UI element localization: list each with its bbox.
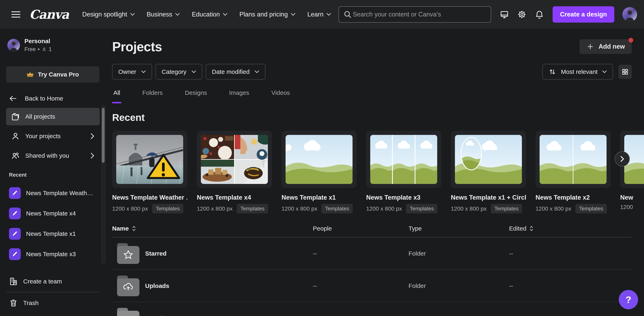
- trash-icon: [9, 298, 18, 308]
- project-card-x1[interactable]: News Template x1 1200 x 800 px Templates: [282, 131, 356, 214]
- tab-all[interactable]: All: [112, 89, 121, 103]
- trash-button[interactable]: Trash: [6, 297, 99, 309]
- notification-dot: [628, 38, 633, 42]
- page-title: Projects: [112, 39, 162, 54]
- user-avatar[interactable]: [622, 7, 637, 22]
- building-icon: [9, 277, 18, 286]
- design-icon: [9, 248, 21, 260]
- chevron-down-icon: [141, 70, 146, 73]
- canva-projects-page: Canva Design spotlight Business Educatio…: [0, 0, 644, 316]
- chevron-down-icon: [326, 13, 331, 16]
- search-bar[interactable]: [338, 6, 491, 22]
- card-size: 1200 x 800 px: [282, 206, 317, 212]
- profile-plan: Free • 1: [24, 46, 52, 52]
- table-row-templates[interactable]: Templates: [112, 302, 632, 316]
- sort-carets-icon: [132, 226, 136, 231]
- plus-icon: [586, 43, 594, 50]
- recent-design-item[interactable]: News Template x4: [6, 203, 99, 224]
- sort-button[interactable]: Most relevant: [542, 64, 613, 80]
- project-card-x3[interactable]: News Template x3 1200 x 800 px Templates: [366, 131, 441, 214]
- chevron-right-icon: [620, 156, 624, 162]
- canva-logo[interactable]: Canva: [29, 7, 69, 22]
- menu-icon[interactable]: [12, 12, 20, 18]
- tab-videos[interactable]: Videos: [270, 89, 291, 103]
- display-icon[interactable]: [500, 10, 509, 19]
- content-tabs: All Folders Designs Images Videos: [112, 89, 632, 103]
- tab-folders[interactable]: Folders: [141, 89, 164, 103]
- design-icon: [9, 187, 21, 199]
- table-row-uploads[interactable]: Uploads -- Folder --: [112, 270, 632, 302]
- project-card-partial[interactable]: New 1200: [620, 131, 644, 214]
- project-card-x2[interactable]: News Template x2 1200 x 800 px Templates: [536, 131, 610, 214]
- landscape-circle-thumbnail: [455, 135, 522, 184]
- project-card-x4[interactable]: News Template x4 1200 x 800 px Templates: [197, 131, 272, 214]
- try-canva-pro-button[interactable]: Try Canva Pro: [6, 66, 99, 82]
- sidebar: Personal Free • 1 Try Canva Pro Back to …: [0, 29, 106, 316]
- card-type-badge: Templates: [576, 204, 607, 214]
- sidebar-item-your-projects[interactable]: Your projects: [6, 128, 99, 145]
- uploads-folder-icon: [117, 276, 140, 296]
- recent-section-label: Recent: [6, 172, 99, 178]
- profile-switcher[interactable]: Personal Free • 1: [6, 38, 99, 52]
- avatar-image: [622, 7, 637, 22]
- card-title: News Template x1: [282, 194, 356, 202]
- crown-icon: [26, 72, 34, 77]
- nav-learn[interactable]: Learn: [307, 11, 331, 18]
- card-type-badge: Templates: [152, 204, 184, 214]
- arrow-left-icon: [9, 95, 17, 102]
- nav-plans-pricing[interactable]: Plans and pricing: [239, 11, 296, 18]
- recent-design-item[interactable]: News Template Weath…: [6, 183, 99, 203]
- grid-view-button[interactable]: [618, 65, 632, 79]
- category-filter[interactable]: Category: [156, 64, 202, 80]
- card-title: News Template x2: [536, 194, 610, 202]
- nav-education[interactable]: Education: [192, 11, 228, 18]
- sidebar-item-shared-with-you[interactable]: Shared with you: [6, 147, 99, 164]
- sidebar-scrollbar[interactable]: [101, 105, 106, 264]
- topbar: Canva Design spotlight Business Educatio…: [0, 0, 644, 29]
- table-row-starred[interactable]: Starred -- Folder --: [112, 238, 632, 270]
- create-a-design-button[interactable]: Create a design: [552, 6, 614, 22]
- weather-thumbnail: [116, 135, 183, 184]
- card-type-badge: Templates: [491, 204, 522, 214]
- back-to-home-link[interactable]: Back to Home: [6, 94, 99, 103]
- card-title: New: [620, 194, 644, 202]
- card-title: News Template Weather …: [112, 194, 187, 202]
- recent-design-item[interactable]: News Template x3: [6, 244, 99, 264]
- row-edited: --: [509, 250, 632, 257]
- create-a-team-button[interactable]: Create a team: [6, 276, 99, 287]
- date-modified-filter[interactable]: Date modified: [206, 64, 266, 80]
- row-name: Templates: [145, 315, 175, 316]
- search-input[interactable]: [352, 10, 487, 18]
- column-header-edited[interactable]: Edited: [509, 225, 632, 232]
- add-new-button[interactable]: Add new: [580, 39, 632, 54]
- row-people: --: [313, 250, 408, 257]
- recent-design-item[interactable]: News Template x1: [6, 224, 99, 244]
- row-name: Starred: [145, 250, 166, 257]
- card-size: 1200 x 800 px: [366, 206, 402, 212]
- landscape-3panel-thumbnail: [370, 135, 437, 184]
- topbar-icons: [500, 10, 544, 19]
- project-card-weather[interactable]: News Template Weather … 1200 x 800 px Te…: [112, 131, 187, 214]
- row-name: Uploads: [145, 282, 169, 289]
- help-button[interactable]: ?: [619, 290, 638, 309]
- bell-icon[interactable]: [535, 10, 544, 19]
- landscape-thumbnail: [286, 135, 352, 184]
- landscape-2panel-thumbnail: [540, 135, 606, 184]
- card-title: News Template x4: [197, 194, 272, 202]
- scrollbar-thumb[interactable]: [102, 108, 104, 163]
- top-navigation: Design spotlight Business Education Plan…: [82, 11, 331, 18]
- profile-name: Personal: [24, 38, 52, 44]
- owner-filter[interactable]: Owner: [112, 64, 152, 80]
- project-card-x1-circle[interactable]: News Template x1 + Circle 1200 x 800 px …: [451, 131, 526, 214]
- tab-images[interactable]: Images: [228, 89, 250, 103]
- nav-design-spotlight[interactable]: Design spotlight: [82, 11, 135, 18]
- row-people: --: [313, 282, 408, 289]
- gear-icon[interactable]: [517, 10, 526, 19]
- tab-designs[interactable]: Designs: [184, 89, 208, 103]
- carousel-next-button[interactable]: [615, 152, 630, 166]
- row-edited: --: [509, 282, 632, 289]
- sidebar-item-all-projects[interactable]: All projects: [6, 108, 100, 125]
- column-header-name[interactable]: Name: [112, 225, 313, 232]
- search-icon: [343, 10, 352, 19]
- nav-business[interactable]: Business: [147, 11, 180, 18]
